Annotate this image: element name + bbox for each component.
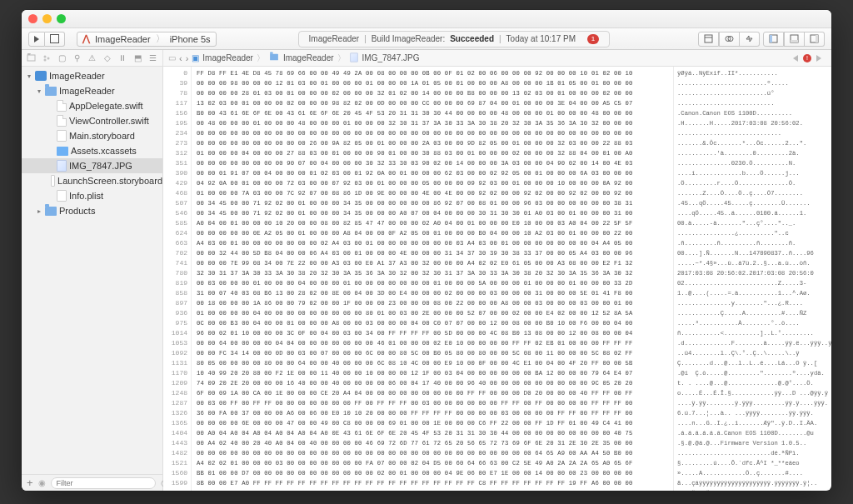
jumpbar-seg1[interactable]: ImageReader bbox=[202, 53, 253, 62]
error-count-badge[interactable]: 1 bbox=[587, 34, 599, 44]
jumpbar-seg2[interactable]: ImageReader bbox=[283, 53, 334, 62]
svg-point-13 bbox=[47, 57, 50, 59]
storyboard-icon bbox=[51, 175, 55, 187]
svg-point-11 bbox=[44, 55, 47, 57]
file-img-7847[interactable]: IMG_7847.JPG bbox=[22, 158, 162, 173]
storyboard-icon bbox=[57, 130, 67, 142]
assistant-editor-button[interactable] bbox=[719, 32, 740, 47]
zoom-traffic-light[interactable] bbox=[57, 14, 66, 23]
status-result: Succeeded bbox=[450, 34, 494, 43]
next-issue-button[interactable] bbox=[816, 55, 821, 62]
file-viewcontroller[interactable]: ViewController.swift bbox=[22, 113, 162, 128]
hex-editor: 0 39 78 117 156 195 234 273 312 351 390 … bbox=[163, 67, 831, 491]
file-main-storyboard[interactable]: Main.storyboard bbox=[22, 128, 162, 143]
group-products[interactable]: ▸Products bbox=[22, 203, 162, 218]
project-root[interactable]: ▾ImageReader bbox=[22, 68, 162, 83]
file-launchscreen[interactable]: LaunchScreen.storyboard bbox=[22, 173, 162, 188]
nav-debug-icon[interactable]: ⏸ bbox=[118, 53, 127, 63]
svg-rect-0 bbox=[705, 35, 712, 42]
back-button[interactable]: ‹ bbox=[179, 53, 182, 63]
folder-icon bbox=[45, 87, 57, 96]
nav-report-icon[interactable]: ☰ bbox=[149, 53, 157, 63]
svg-rect-7 bbox=[791, 40, 798, 42]
version-editor-button[interactable] bbox=[740, 32, 760, 47]
jb-file-icon bbox=[349, 52, 359, 65]
minimize-traffic-light[interactable] bbox=[42, 14, 52, 23]
xcassets-icon bbox=[57, 147, 68, 156]
add-button[interactable]: + bbox=[27, 477, 33, 489]
related-items-button[interactable]: ▭ bbox=[168, 53, 176, 62]
run-button[interactable] bbox=[28, 32, 45, 47]
titlebar bbox=[22, 10, 831, 28]
group-folder[interactable]: ▾ImageReader bbox=[22, 83, 162, 98]
svg-rect-5 bbox=[770, 35, 772, 42]
file-assets[interactable]: Assets.xcassets bbox=[22, 143, 162, 158]
scheme-selector[interactable]: ⋀ ImageReader 〉 iPhone 5s bbox=[77, 32, 217, 47]
filter-scope-icon[interactable]: ◉ bbox=[38, 478, 46, 487]
nav-issue-icon[interactable]: ⚠ bbox=[88, 53, 97, 63]
toggle-navigator-button[interactable] bbox=[763, 32, 784, 47]
prev-issue-button[interactable] bbox=[793, 55, 798, 62]
nav-project-icon[interactable] bbox=[27, 53, 36, 63]
jb-icon: ▣ bbox=[192, 53, 199, 62]
nav-source-control-icon[interactable] bbox=[42, 53, 51, 63]
standard-editor-button[interactable] bbox=[698, 32, 719, 47]
offset-gutter: 0 39 78 117 156 195 234 273 312 351 390 … bbox=[163, 67, 192, 491]
nav-test-icon[interactable]: ◇ bbox=[103, 53, 112, 63]
jumpbar-seg3[interactable]: IMG_7847.JPG bbox=[362, 53, 420, 62]
file-info-plist[interactable]: Info.plist bbox=[22, 188, 162, 203]
toggle-inspector-button[interactable] bbox=[805, 32, 825, 47]
close-traffic-light[interactable] bbox=[28, 14, 37, 23]
plist-icon bbox=[57, 190, 67, 202]
status-time: Today at 10:17 PM bbox=[506, 34, 576, 43]
scheme-app: ImageReader bbox=[95, 34, 151, 44]
file-appdelegate[interactable]: AppDelegate.swift bbox=[22, 98, 162, 113]
forward-button[interactable]: › bbox=[186, 53, 189, 63]
hex-bytes[interactable]: FF D8 FF E1 4E D8 45 78 69 66 00 00 49 4… bbox=[192, 67, 673, 491]
stop-button[interactable] bbox=[45, 32, 65, 47]
swift-icon bbox=[57, 100, 67, 112]
project-navigator: ▾ImageReader ▾ImageReader AppDelegate.sw… bbox=[22, 67, 163, 491]
toolbar: ⋀ ImageReader 〉 iPhone 5s ImageReader | … bbox=[22, 28, 831, 50]
xcodeproj-icon bbox=[35, 71, 47, 81]
filter-input[interactable] bbox=[51, 477, 156, 489]
nav-symbol-icon[interactable]: ▢ bbox=[57, 53, 66, 63]
status-phase: Build ImageReader: bbox=[372, 34, 445, 43]
issue-indicator[interactable]: ! bbox=[803, 54, 811, 62]
jump-bar: ▢ ⚲ ⚠ ◇ ⏸ ⬒ ☰ ▭ ‹ › ▣ ImageReader 〉 Imag… bbox=[22, 50, 831, 67]
svg-point-12 bbox=[44, 58, 47, 61]
scheme-device: iPhone 5s bbox=[170, 34, 211, 44]
jpg-icon bbox=[57, 160, 67, 172]
folder-icon bbox=[45, 207, 57, 216]
activity-viewer[interactable]: ImageReader | Build ImageReader: Succeed… bbox=[298, 31, 610, 47]
swift-icon bbox=[57, 115, 67, 127]
jb-folder-icon bbox=[268, 52, 280, 63]
nav-find-icon[interactable]: ⚲ bbox=[73, 53, 82, 63]
nav-breakpoint-icon[interactable]: ⬒ bbox=[134, 53, 142, 63]
status-project: ImageReader bbox=[309, 34, 360, 43]
ascii-column[interactable]: ÿØÿá..NÿExif..II*........... ...........… bbox=[673, 67, 831, 491]
toggle-debug-button[interactable] bbox=[784, 32, 805, 47]
svg-rect-10 bbox=[27, 55, 35, 61]
svg-rect-9 bbox=[816, 35, 818, 42]
